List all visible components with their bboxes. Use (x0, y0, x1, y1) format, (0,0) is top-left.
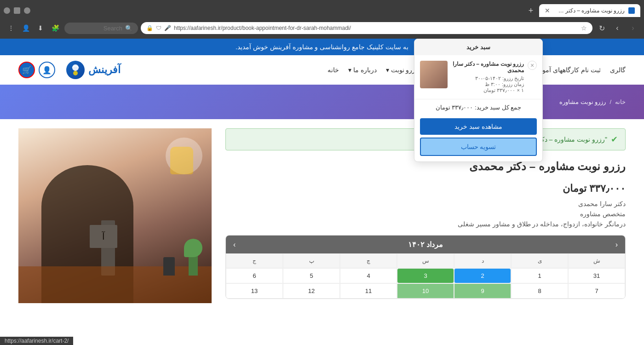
maximize-button[interactable] (14, 7, 20, 14)
svg-point-1 (73, 71, 78, 75)
nav-item-about[interactable]: درباره ما ▾ (348, 66, 377, 74)
product-image: آ (18, 128, 212, 303)
cart-item-title: رزرو نوبت مشاوره – دکتر سارا محمدی (451, 61, 524, 74)
forward-button[interactable]: › (611, 22, 624, 34)
status-bar: https://aafarinesh.ir/cart-2/ (0, 337, 73, 345)
checkout-button[interactable]: تسویه حساب (420, 138, 537, 156)
calendar-header: ‹ مرداد ۱۴۰۲ › (226, 236, 625, 253)
new-tab-button[interactable]: + (524, 4, 537, 17)
logo[interactable]: آفرینش 👤 🛒 (18, 61, 121, 79)
cal-day-4[interactable]: 4 (340, 268, 397, 283)
nav-item-home[interactable]: خانه (328, 66, 339, 74)
day-header-wed: چ (340, 253, 397, 268)
doctor-photo: آ (18, 128, 212, 303)
logo-text: آفرینش (88, 64, 121, 76)
calendar-next-button[interactable]: › (233, 241, 236, 249)
day-header-thu: پ (283, 253, 340, 268)
cart-item: × رزرو نوبت مشاوره – دکتر سارا محمدی تار… (414, 55, 542, 99)
cart-item-date: تاریخ رزرو: ۱۴۰۲-۰۵-۳۰ (451, 75, 524, 81)
search-box[interactable]: 🔍 (64, 23, 138, 34)
cal-day-3[interactable]: 3 (397, 268, 454, 283)
product-price: ۳۳۷٫۰۰۰ تومان (225, 183, 626, 195)
cart-item-info: رزرو نوبت مشاوره – دکتر سارا محمدی تاریخ… (451, 61, 524, 93)
tab-close-button[interactable]: ✕ (545, 7, 550, 14)
extensions-icon[interactable]: 🧩 (49, 22, 62, 34)
user-icon: 👤 (42, 66, 52, 75)
downloads-icon[interactable]: ⬇ (34, 22, 47, 34)
logo-icon (66, 61, 85, 79)
website-content: به سایت کلینیک جامع روانشناسی و مشاوره آ… (0, 39, 644, 345)
dropdown-arrow-about: ▾ (348, 66, 351, 74)
cal-day-6[interactable]: 6 (226, 268, 283, 283)
svg-point-0 (72, 64, 79, 71)
user-account-button[interactable]: 👤 (39, 62, 55, 78)
cal-day-9[interactable]: 9 (454, 283, 511, 299)
day-header-sun: ی (511, 253, 568, 268)
cal-day-10[interactable]: 10 (397, 283, 454, 299)
cal-day-13[interactable]: 13 (226, 283, 283, 299)
cart-dropdown: سبد خرید × رزرو نوبت مشاوره – دکتر سارا … (414, 39, 543, 162)
cart-item-quantity: ۱ × ۳۳۷٫۰۰۰ تومان (451, 87, 524, 93)
cart-item-thumbnail (420, 61, 448, 88)
calendar-grid: 31 1 2 3 4 5 6 7 8 9 10 11 12 13 (226, 268, 625, 299)
top-banner: به سایت کلینیک جامع روانشناسی و مشاوره آ… (0, 39, 644, 55)
address-bar[interactable]: 🔒 🛡 🎤 https://aafarinesh.ir/product/book… (141, 22, 592, 34)
browser-chrome: رزرو نوبت مشاوره – دکتر سارا ... ✕ + ‹ ›… (0, 0, 644, 39)
search-input[interactable] (81, 25, 122, 32)
view-cart-button[interactable]: مشاهده سبد خرید (420, 118, 537, 135)
cal-day-1[interactable]: 1 (511, 268, 568, 283)
mic-icon: 🎤 (164, 25, 171, 31)
refresh-button[interactable]: ↻ (595, 22, 608, 34)
doctor-name: دکتر سارا محمدی (225, 200, 626, 207)
specialty: متخصص مشاوره (225, 210, 626, 218)
url-text: https://aafarinesh.ir/product/book-appoi… (174, 25, 578, 31)
nav-bar: گالری ثبت نام کارگاههای آموزشی ▾ تست ها … (0, 55, 644, 85)
back-button[interactable]: ‹ (627, 22, 639, 34)
close-button[interactable] (4, 7, 10, 14)
cal-day-5[interactable]: 5 (283, 268, 340, 283)
browser-toolbar: ‹ › ↻ 🔒 🛡 🎤 https://aafarinesh.ir/produc… (0, 17, 644, 39)
breadcrumb-home[interactable]: خانه (615, 98, 626, 105)
calendar-month-title: مرداد ۱۴۰۲ (408, 240, 443, 249)
cart-total: جمع کل سبد خرید: ۳۳۷٫۰۰۰ تومان (414, 99, 542, 115)
nav-item-gallery[interactable]: گالری (610, 66, 626, 74)
menu-icon[interactable]: ⋮ (5, 22, 17, 34)
cart-item-time: زمان رزرو: ۳:۰۰ ظ (451, 81, 524, 87)
cart-icon: 🛒 (22, 66, 31, 75)
cal-day-7[interactable]: 7 (568, 283, 625, 299)
minimize-button[interactable] (24, 7, 30, 14)
day-header-mon: د (454, 253, 511, 268)
cart-button[interactable]: 🛒 (18, 62, 35, 78)
search-icon: 🔍 (125, 25, 132, 32)
active-tab[interactable]: رزرو نوبت مشاوره – دکتر سارا ... ✕ (539, 4, 640, 17)
dropdown-arrow-reservation: ▾ (386, 66, 389, 74)
checkmark-icon: ✔ (611, 134, 618, 144)
breadcrumb-separator: / (610, 98, 611, 105)
breadcrumb-current: رزرو نوبت مشاوره (559, 98, 606, 105)
cart-item-remove-button[interactable]: × (528, 61, 537, 70)
tab-bar: رزرو نوبت مشاوره – دکتر سارا ... ✕ + (0, 0, 644, 17)
cal-day-8[interactable]: 8 (511, 283, 568, 299)
cart-item-image (420, 61, 448, 88)
bookmark-icon[interactable]: ☆ (581, 24, 587, 32)
calendar-days-header: ش ی د س چ پ ج (226, 253, 625, 268)
cal-day-11[interactable]: 11 (340, 283, 397, 299)
day-header-fri: ج (226, 253, 283, 268)
security-icon: 🔒 (146, 25, 153, 31)
day-header-tue: س (397, 253, 454, 268)
tab-favicon (628, 7, 635, 14)
calendar-prev-button[interactable]: ‹ (615, 241, 618, 249)
profile-icon[interactable]: 👤 (19, 22, 32, 34)
cal-day-31[interactable]: 31 (568, 268, 625, 283)
cal-day-12[interactable]: 12 (283, 283, 340, 299)
shield-icon: 🛡 (156, 25, 161, 31)
breadcrumb-section: خانه / رزرو نوبت مشاوره (0, 85, 644, 119)
cart-dropdown-header: سبد خرید (414, 39, 542, 55)
tab-title: رزرو نوبت مشاوره – دکتر سارا ... (554, 7, 625, 14)
cal-day-2[interactable]: 2 (454, 268, 511, 283)
specialization: درمانگر خانواده، ازدواج، مداخله در طلاق … (225, 220, 626, 228)
calendar: ‹ مرداد ۱۴۰۲ › ش ی د س چ پ ج 31 1 2 (225, 235, 626, 299)
day-header-sat: ش (568, 253, 625, 268)
toolbar-icons: 🧩 ⬇ 👤 ⋮ (5, 22, 62, 34)
